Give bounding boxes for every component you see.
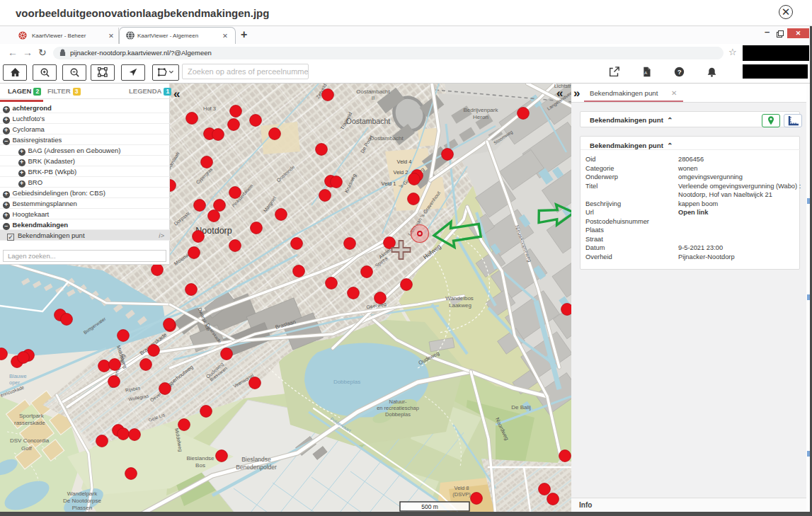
svg-text:Dobbeplas: Dobbeplas: [333, 379, 360, 385]
svg-text:Dobbeplas: Dobbeplas: [385, 411, 411, 418]
svg-text:DSV Concordia: DSV Concordia: [10, 437, 50, 444]
svg-text:Sportpark: Sportpark: [19, 413, 45, 419]
svg-text:Natuur-: Natuur-: [389, 399, 407, 405]
svg-text:Bieslandse: Bieslandse: [186, 455, 215, 461]
svg-text:Laakweg: Laakweg: [449, 302, 471, 309]
svg-text:Veld 1: Veld 1: [382, 180, 396, 187]
svg-text:Veld 8: Veld 8: [454, 485, 469, 491]
svg-text:A: A: [644, 71, 647, 75]
svg-text:Bos: Bos: [195, 462, 205, 469]
svg-text:Wandelpark: Wandelpark: [67, 491, 98, 497]
svg-text:(DSVP): (DSVP): [452, 491, 471, 498]
svg-text:Plassen: Plassen: [72, 505, 92, 511]
svg-text:Veld 2: Veld 2: [394, 169, 408, 176]
svg-text:De Balij: De Balij: [511, 404, 531, 411]
svg-text:Hof 3: Hof 3: [203, 105, 216, 112]
svg-text:Golf: Golf: [21, 445, 32, 452]
svg-text:rasserskade: rasserskade: [14, 420, 45, 426]
svg-text:II: II: [372, 95, 374, 101]
svg-text:De Nootdorpse: De Nootdorpse: [63, 498, 101, 504]
svg-text:Benedenpolder: Benedenpolder: [236, 464, 277, 471]
svg-text:Blauwe: Blauwe: [9, 373, 27, 379]
svg-text:Oostambacht: Oostambacht: [370, 135, 404, 142]
svg-text:?: ?: [677, 69, 682, 76]
svg-text:Oostambacht: Oostambacht: [346, 117, 391, 125]
svg-text:en recreatieschap: en recreatieschap: [377, 405, 419, 411]
svg-text:Veld 4: Veld 4: [397, 159, 412, 165]
svg-text:Bieslandse: Bieslandse: [241, 456, 271, 463]
svg-text:500 m: 500 m: [421, 503, 438, 510]
svg-text:oper: oper: [9, 379, 21, 386]
svg-text:Wandelbos: Wandelbos: [445, 295, 474, 302]
svg-text:Heron: Heron: [473, 114, 488, 120]
svg-text:Bedrijvenpark: Bedrijvenpark: [464, 107, 499, 113]
svg-text:Oostambacht: Oostambacht: [356, 88, 390, 95]
